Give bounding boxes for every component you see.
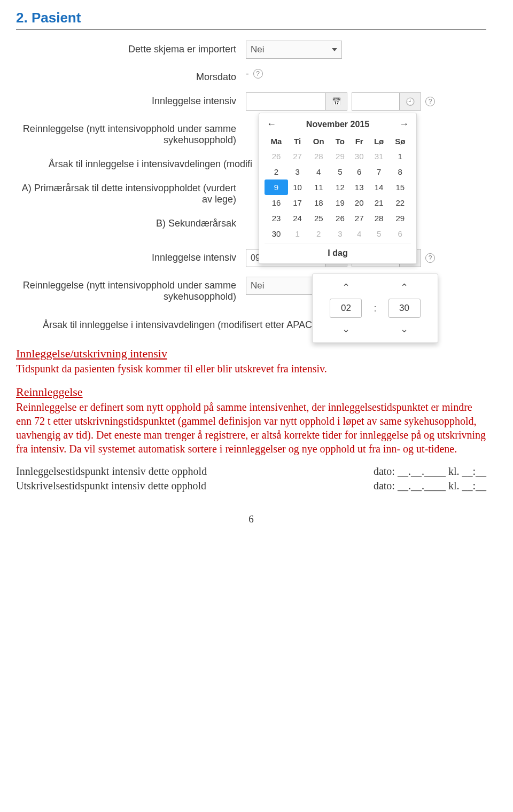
row-in-blanks: dato: __.__.____ kl. __:__ (374, 465, 486, 478)
imported-select[interactable]: Nei (246, 41, 342, 59)
calendar-day[interactable]: 24 (288, 210, 307, 226)
calendar-day[interactable]: 30 (350, 149, 369, 164)
minute-down-button[interactable] (400, 323, 408, 335)
calendar-day[interactable]: 4 (350, 226, 369, 241)
calendar-day[interactable]: 6 (389, 226, 411, 241)
weekday-header: Sø (389, 134, 411, 149)
innleggelse1-label: Innleggelse intensiv (16, 92, 246, 107)
datepicker-popup: November 2015 MaTiOnToFrLøSø 26272829303… (259, 113, 417, 264)
calendar-grid: MaTiOnToFrLøSø 2627282930311234567891011… (265, 134, 411, 241)
weekday-header: On (307, 134, 330, 149)
imported-label: Dette skjema er importert (16, 41, 246, 55)
calendar-day[interactable]: 7 (369, 164, 390, 179)
weekday-header: Ma (265, 134, 288, 149)
explanatory-text: Innleggelse/utskrivning intensiv Tidspun… (16, 347, 486, 492)
row-out-label: Utskrivelsestidspunkt intensiv dette opp… (16, 480, 206, 492)
calendar-day[interactable]: 29 (389, 210, 411, 226)
weekday-header: Lø (369, 134, 390, 149)
hour-up-button[interactable] (342, 282, 350, 293)
calendar-day[interactable]: 28 (369, 210, 390, 226)
reinnleggelse1-label: Reinnleggelse (nytt intensivopphold unde… (16, 120, 246, 146)
imported-value: Nei (251, 44, 265, 55)
calendar-day[interactable]: 1 (389, 149, 411, 164)
calendar-day[interactable]: 2 (265, 164, 288, 179)
calendar-day[interactable]: 31 (369, 149, 390, 164)
row-out-blanks: dato: __.__.____ kl. __:__ (374, 480, 486, 492)
calendar-day[interactable]: 17 (288, 195, 307, 210)
calendar-day[interactable]: 1 (288, 226, 307, 241)
def-reinnleggelse: Reinnleggelse er definert som nytt oppho… (16, 400, 486, 456)
minute-value[interactable]: 30 (388, 299, 421, 318)
aarsak-label: Årsak til innleggelse i intensivavdeling… (16, 155, 262, 170)
clock-icon[interactable] (400, 92, 421, 111)
calendar-day[interactable]: 4 (307, 164, 330, 179)
def-innleggelse: Tidspunkt da pasienten fysisk kommer til… (16, 362, 486, 376)
calendar-day[interactable]: 27 (288, 149, 307, 164)
weekday-header: To (330, 134, 349, 149)
row-in-label: Innleggelsestidspunkt intensiv dette opp… (16, 465, 207, 478)
calendar-day[interactable]: 3 (330, 226, 349, 241)
calendar-day[interactable]: 6 (350, 164, 369, 179)
calendar-day[interactable]: 25 (307, 210, 330, 226)
hour-value[interactable]: 02 (330, 299, 362, 318)
calendar-day[interactable]: 30 (265, 226, 288, 241)
timepicker-popup: 02 : 30 (312, 274, 438, 343)
calendar-day[interactable]: 5 (330, 164, 349, 179)
calendar-day[interactable]: 23 (265, 210, 288, 226)
page-number: 6 (16, 513, 486, 525)
calendar-icon[interactable] (326, 92, 347, 111)
reinnleggelse2-label: Reinnleggelse (nytt intensivopphold unde… (16, 277, 246, 302)
calendar-day[interactable]: 26 (330, 210, 349, 226)
calendar-day[interactable]: 9 (265, 179, 288, 195)
help-icon[interactable]: ? (425, 253, 435, 263)
form-area: Dette skjema er importert Nei Morsdato -… (16, 41, 486, 331)
calendar-day[interactable]: 15 (389, 179, 411, 195)
calendar-day[interactable]: 13 (350, 179, 369, 195)
morsdato-value: - (246, 68, 249, 79)
heading-reinnleggelse: Reinnleggelse (16, 385, 486, 399)
calendar-day[interactable]: 28 (307, 149, 330, 164)
calendar-day[interactable]: 3 (288, 164, 307, 179)
today-button[interactable]: I dag (265, 244, 411, 261)
calendar-day[interactable]: 21 (369, 195, 390, 210)
innleggelse1-time-input[interactable] (352, 92, 400, 111)
help-icon[interactable]: ? (253, 69, 263, 79)
help-icon[interactable]: ? (425, 97, 435, 106)
calendar-day[interactable]: 20 (350, 195, 369, 210)
primaer-label: A) Primærårsak til dette intensivopphold… (16, 179, 246, 205)
sekundaer-label: B) Sekundærårsak (16, 215, 246, 229)
datepicker-title[interactable]: November 2015 (306, 120, 369, 129)
calendar-day[interactable]: 11 (307, 179, 330, 195)
aarsak2-label: Årsak til innleggelse i intensivavdeling… (16, 316, 358, 331)
minute-up-button[interactable] (400, 282, 408, 293)
calendar-day[interactable]: 29 (330, 149, 349, 164)
calendar-day[interactable]: 14 (369, 179, 390, 195)
calendar-day[interactable]: 27 (350, 210, 369, 226)
next-month-button[interactable] (399, 119, 409, 130)
calendar-day[interactable]: 2 (307, 226, 330, 241)
calendar-day[interactable]: 12 (330, 179, 349, 195)
calendar-day[interactable]: 10 (288, 179, 307, 195)
weekday-header: Ti (288, 134, 307, 149)
innleggelse2-label: Innleggelse intensiv (16, 249, 246, 263)
calendar-day[interactable]: 22 (389, 195, 411, 210)
time-colon: : (374, 303, 376, 314)
section-title: 2. Pasient (16, 5, 486, 30)
calendar-day[interactable]: 26 (265, 149, 288, 164)
heading-innleggelse: Innleggelse/utskrivning intensiv (16, 347, 486, 361)
prev-month-button[interactable] (267, 119, 276, 130)
calendar-day[interactable]: 18 (307, 195, 330, 210)
reinnleggelse2-value: Nei (251, 280, 265, 291)
calendar-day[interactable]: 16 (265, 195, 288, 210)
chevron-down-icon (332, 48, 337, 51)
calendar-day[interactable]: 5 (369, 226, 390, 241)
morsdato-label: Morsdato (16, 68, 246, 83)
innleggelse1-date-input[interactable] (246, 92, 326, 111)
calendar-day[interactable]: 8 (389, 164, 411, 179)
weekday-header: Fr (350, 134, 369, 149)
hour-down-button[interactable] (342, 323, 350, 335)
calendar-day[interactable]: 19 (330, 195, 349, 210)
